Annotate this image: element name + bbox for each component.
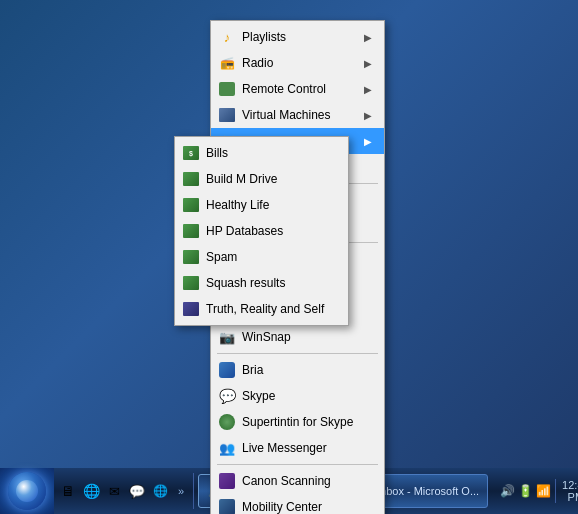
menu-label-bills: Bills bbox=[206, 146, 336, 160]
mobility-icon bbox=[217, 497, 237, 514]
start-button[interactable] bbox=[0, 468, 54, 514]
menu-separator-3 bbox=[217, 353, 378, 354]
truth-icon bbox=[181, 299, 201, 319]
submenu-item-healthy[interactable]: Healthy Life bbox=[175, 192, 348, 218]
menu-label-mobility: Mobility Center bbox=[242, 500, 372, 514]
submenu-arrow-remote: ▶ bbox=[364, 84, 372, 95]
bills-icon: $ bbox=[181, 143, 201, 163]
quick-launch-chevron[interactable]: » bbox=[173, 476, 189, 506]
submenu-item-squash[interactable]: Squash results bbox=[175, 270, 348, 296]
tray-icon-3[interactable]: 📶 bbox=[536, 484, 551, 498]
menu-label-hp: HP Databases bbox=[206, 224, 336, 238]
menu-item-supertintin[interactable]: Supertintin for Skype bbox=[211, 409, 384, 435]
menu-label-spam: Spam bbox=[206, 250, 336, 264]
submenu-item-truth[interactable]: Truth, Reality and Self bbox=[175, 296, 348, 322]
tray-icon-1[interactable]: 🔊 bbox=[500, 484, 515, 498]
menu-label-supertintin: Supertintin for Skype bbox=[242, 415, 372, 429]
network-icon[interactable]: 🌐 bbox=[150, 481, 170, 501]
menu-label-winsnap: WinSnap bbox=[242, 330, 372, 344]
winsnap-icon: 📷 bbox=[217, 327, 237, 347]
windows-logo bbox=[16, 480, 38, 502]
submenu-arrow-vm: ▶ bbox=[364, 110, 372, 121]
ie-icon[interactable]: 🌐 bbox=[81, 481, 101, 501]
menu-item-messenger[interactable]: 👥 Live Messenger bbox=[211, 435, 384, 461]
submenu-arrow-radio: ▶ bbox=[364, 58, 372, 69]
mail-tql-icon[interactable]: ✉ bbox=[104, 481, 124, 501]
menu-label-build: Build M Drive bbox=[206, 172, 336, 186]
menu-item-remote[interactable]: Remote Control ▶ bbox=[211, 76, 384, 102]
hp-icon bbox=[181, 221, 201, 241]
vm-icon bbox=[217, 105, 237, 125]
menu-label-skype: Skype bbox=[242, 389, 372, 403]
submenu-arrow-playlists: ▶ bbox=[364, 32, 372, 43]
submenu-item-hp[interactable]: HP Databases bbox=[175, 218, 348, 244]
menu-label-messenger: Live Messenger bbox=[242, 441, 372, 455]
supertintin-icon bbox=[217, 412, 237, 432]
menu-item-skype[interactable]: 💬 Skype bbox=[211, 383, 384, 409]
submenu-item-build[interactable]: Build M Drive bbox=[175, 166, 348, 192]
healthy-icon bbox=[181, 195, 201, 215]
menu-item-playlists[interactable]: ♪ Playlists ▶ bbox=[211, 24, 384, 50]
clock[interactable]: 12:45 PM bbox=[555, 479, 578, 503]
spam-icon bbox=[181, 247, 201, 267]
menu-label-canon: Canon Scanning bbox=[242, 474, 372, 488]
start-orb bbox=[8, 472, 46, 510]
skype-icon: 💬 bbox=[217, 386, 237, 406]
messenger-icon: 👥 bbox=[217, 438, 237, 458]
submenu-item-spam[interactable]: Spam bbox=[175, 244, 348, 270]
menu-item-vm[interactable]: Virtual Machines ▶ bbox=[211, 102, 384, 128]
submenu-item-bills[interactable]: $ Bills bbox=[175, 140, 348, 166]
menu-label-healthy: Healthy Life bbox=[206, 198, 336, 212]
submenu-quick-links: $ Bills Build M Drive Healthy Life HP Da… bbox=[174, 136, 349, 326]
menu-item-bria[interactable]: Bria bbox=[211, 357, 384, 383]
inbox-label: Inbox - Microsoft O... bbox=[377, 485, 479, 497]
menu-label-squash: Squash results bbox=[206, 276, 336, 290]
canon-icon bbox=[217, 471, 237, 491]
tray-icon-2[interactable]: 🔋 bbox=[518, 484, 533, 498]
menu-label-vm: Virtual Machines bbox=[242, 108, 356, 122]
menu-label-playlists: Playlists bbox=[242, 30, 356, 44]
squash-icon bbox=[181, 273, 201, 293]
menu-label-radio: Radio bbox=[242, 56, 356, 70]
im-icon[interactable]: 💬 bbox=[127, 481, 147, 501]
quick-launch-bar: 🖥 🌐 ✉ 💬 🌐 » bbox=[54, 473, 194, 509]
menu-item-canon[interactable]: Canon Scanning bbox=[211, 468, 384, 494]
bria-icon bbox=[217, 360, 237, 380]
show-desktop-icon[interactable]: 🖥 bbox=[58, 481, 78, 501]
menu-label-bria: Bria bbox=[242, 363, 372, 377]
menu-separator-4 bbox=[217, 464, 378, 465]
radio-icon: 📻 bbox=[217, 53, 237, 73]
tray-icons: 🔊 🔋 📶 bbox=[500, 484, 551, 498]
desktop: ♪ Playlists ▶ 📻 Radio ▶ Remote Control ▶ bbox=[0, 0, 578, 468]
menu-label-remote: Remote Control bbox=[242, 82, 356, 96]
menu-label-truth: Truth, Reality and Self bbox=[206, 302, 336, 316]
build-icon bbox=[181, 169, 201, 189]
menu-item-mobility[interactable]: Mobility Center bbox=[211, 494, 384, 514]
submenu-arrow-quick-links: ▶ bbox=[364, 136, 372, 147]
system-tray: 🔊 🔋 📶 12:45 PM bbox=[492, 468, 578, 514]
menu-item-winsnap[interactable]: 📷 WinSnap bbox=[211, 324, 384, 350]
remote-icon bbox=[217, 79, 237, 99]
menu-item-radio[interactable]: 📻 Radio ▶ bbox=[211, 50, 384, 76]
playlist-icon: ♪ bbox=[217, 27, 237, 47]
